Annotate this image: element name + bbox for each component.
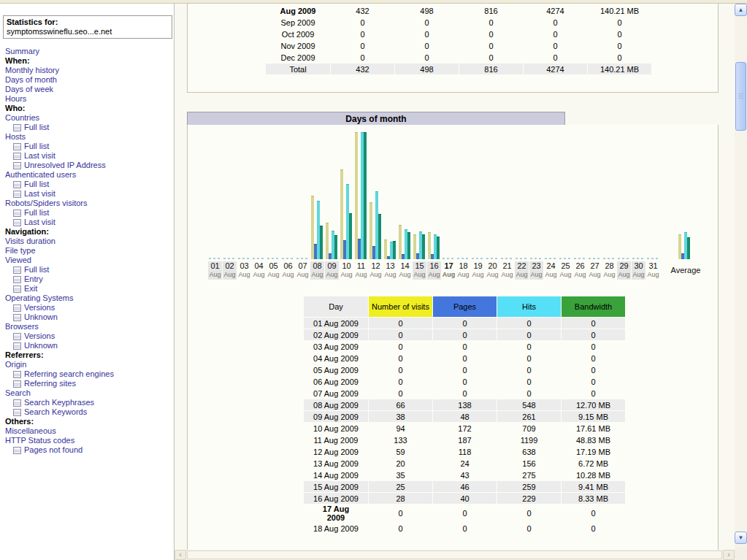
- sidebar-subitem-label: Entry: [24, 275, 43, 284]
- zero-value-dash: [530, 258, 541, 259]
- day-axis-label: 31: [646, 262, 661, 270]
- chart-day-group: 08Aug: [311, 126, 323, 297]
- chart-day-group: 19Aug: [472, 126, 484, 297]
- sidebar-subitem-entry[interactable]: Entry: [5, 275, 114, 284]
- sidebar-item-summary[interactable]: Summary: [5, 47, 114, 56]
- sidebar-item-hours[interactable]: Hours: [5, 94, 114, 104]
- scroll-up-button[interactable]: ▲: [735, 4, 747, 16]
- scroll-down-button[interactable]: ▼: [735, 532, 747, 544]
- day-axis-label: 17: [441, 262, 456, 270]
- sidebar-item-countries[interactable]: Countries: [5, 113, 114, 123]
- sidebar-subitem-last-visit[interactable]: Last visit: [5, 151, 114, 161]
- chart-bar-bandwidth: [393, 241, 396, 259]
- scroll-right-button[interactable]: ›: [723, 550, 735, 560]
- month-value-cell: 432: [331, 5, 394, 16]
- sidebar-subitem-label: Pages not found: [24, 445, 83, 455]
- sidebar-subitem-last-visit[interactable]: Last visit: [5, 218, 114, 227]
- day-axis-label: 10: [339, 262, 354, 270]
- vertical-scrollbar[interactable]: ▲ ▼: [735, 4, 747, 548]
- chart-day-group: 30Aug: [632, 126, 645, 297]
- list-bullet-icon: [13, 276, 21, 283]
- day-axis-month: Aug: [339, 271, 354, 278]
- chart-bar-bandwidth: [364, 132, 367, 259]
- day-axis-month: Aug: [310, 271, 325, 278]
- vertical-scroll-thumb[interactable]: [735, 62, 746, 131]
- day-axis-month: Aug: [266, 271, 281, 278]
- value-cell: 6.72 MB: [562, 458, 625, 469]
- column-header-hits: Hits: [497, 296, 561, 317]
- sidebar-subitem-full-list[interactable]: Full list: [5, 123, 114, 132]
- sidebar-subitem-search-keywords[interactable]: Search Keywords: [5, 407, 114, 417]
- value-cell: 0: [433, 364, 497, 375]
- chart-day-group: 17Aug: [443, 126, 455, 297]
- value-cell: 0: [369, 329, 432, 340]
- chart-day-group: 22Aug: [516, 126, 528, 297]
- sidebar-subitem-unknown[interactable]: Unknown: [5, 312, 114, 322]
- zero-value-dash: [516, 258, 526, 259]
- sidebar-subitem-last-visit[interactable]: Last visit: [5, 189, 114, 199]
- month-value-cell: 0: [459, 17, 523, 28]
- sidebar-item-miscellaneous[interactable]: Miscellaneous: [5, 426, 114, 436]
- horizontal-scrollbar[interactable]: ‹ ›: [175, 550, 735, 560]
- sidebar-subitem-referring-search-engines[interactable]: Referring search engines: [5, 369, 114, 379]
- sidebar-item-file-type[interactable]: File type: [5, 246, 114, 256]
- month-value-cell: 0: [395, 52, 459, 63]
- zero-value-dash: [238, 258, 249, 259]
- sidebar-subitem-full-list[interactable]: Full list: [5, 142, 114, 151]
- day-axis-label: 08: [310, 262, 325, 270]
- day-axis-month: Aug: [572, 271, 588, 278]
- chart-day-group: 18Aug: [457, 126, 470, 297]
- sidebar-item-operating-systems[interactable]: Operating Systems: [5, 294, 114, 303]
- day-axis-month: Aug: [353, 271, 369, 278]
- sidebar-item-search[interactable]: Search: [5, 388, 114, 398]
- value-cell: 548: [497, 399, 561, 410]
- days-table-row: 01 Aug 20090000: [304, 318, 625, 329]
- sidebar-item-http-status-codes[interactable]: HTTP Status codes: [5, 436, 114, 445]
- value-cell: 0: [562, 341, 625, 352]
- value-cell: 0: [369, 341, 432, 352]
- list-bullet-icon: [13, 304, 21, 312]
- sidebar-item-authenticated-users[interactable]: Authenticated users: [5, 170, 114, 180]
- sidebar-item-viewed[interactable]: Viewed: [5, 256, 114, 265]
- horizontal-scroll-thumb[interactable]: [187, 551, 722, 559]
- sidebar-item-origin[interactable]: Origin: [5, 360, 114, 369]
- scroll-left-button[interactable]: ‹: [175, 550, 186, 560]
- value-cell: 638: [497, 446, 561, 457]
- sidebar-item-days-of-month[interactable]: Days of month: [5, 75, 114, 85]
- sidebar-subitem-versions[interactable]: Versions: [5, 331, 114, 341]
- sidebar-subitem-full-list[interactable]: Full list: [5, 180, 114, 189]
- sidebar-item-visits-duration[interactable]: Visits duration: [5, 237, 114, 246]
- value-cell: 40: [433, 493, 497, 504]
- day-axis-label: 27: [587, 262, 602, 270]
- sidebar-subitem-search-keyphrases[interactable]: Search Keyphrases: [5, 398, 114, 407]
- chart-day-group: 11Aug: [355, 126, 367, 297]
- total-value-cell: 432: [331, 64, 394, 74]
- days-table-row: 08 Aug 20096613854812.70 MB: [304, 399, 625, 410]
- chart-day-group: 25Aug: [559, 126, 572, 297]
- sidebar-subitem-pages-not-found[interactable]: Pages not found: [5, 445, 114, 455]
- sidebar-subitem-referring-sites[interactable]: Referring sites: [5, 379, 114, 388]
- month-value-cell: 4274: [524, 5, 587, 16]
- sidebar-item-days-of-week[interactable]: Days of week: [5, 85, 114, 94]
- value-cell: 0: [433, 376, 497, 387]
- column-header-number-of-visits: Number of visits: [369, 296, 432, 317]
- sidebar-subitem-versions[interactable]: Versions: [5, 303, 114, 312]
- value-cell: 0: [562, 329, 625, 340]
- sidebar-nav: SummaryWhen:Monthly historyDays of month…: [5, 47, 114, 455]
- value-cell: 1199: [497, 434, 561, 445]
- value-cell: 0: [562, 376, 625, 387]
- sidebar-subitem-full-list[interactable]: Full list: [5, 265, 114, 275]
- days-table-header-row: DayNumber of visitsPagesHitsBandwidth: [304, 296, 625, 317]
- sidebar-subitem-exit[interactable]: Exit: [5, 284, 114, 294]
- day-axis-label: 07: [295, 262, 310, 270]
- sidebar-subitem-full-list[interactable]: Full list: [5, 208, 114, 218]
- sidebar-subitem-unknown[interactable]: Unknown: [5, 341, 114, 350]
- sidebar-item-robots-spiders-visitors[interactable]: Robots/Spiders visitors: [5, 199, 114, 208]
- sidebar-subitem-unresolved-ip-address[interactable]: Unresolved IP Address: [5, 161, 114, 170]
- day-axis-month: Aug: [470, 271, 486, 278]
- sidebar-item-monthly-history[interactable]: Monthly history: [5, 66, 114, 75]
- day-axis-label: 03: [237, 262, 252, 270]
- sidebar-item-browsers[interactable]: Browsers: [5, 322, 114, 331]
- sidebar-item-hosts[interactable]: Hosts: [5, 132, 114, 142]
- chart-day-group: 27Aug: [589, 126, 601, 297]
